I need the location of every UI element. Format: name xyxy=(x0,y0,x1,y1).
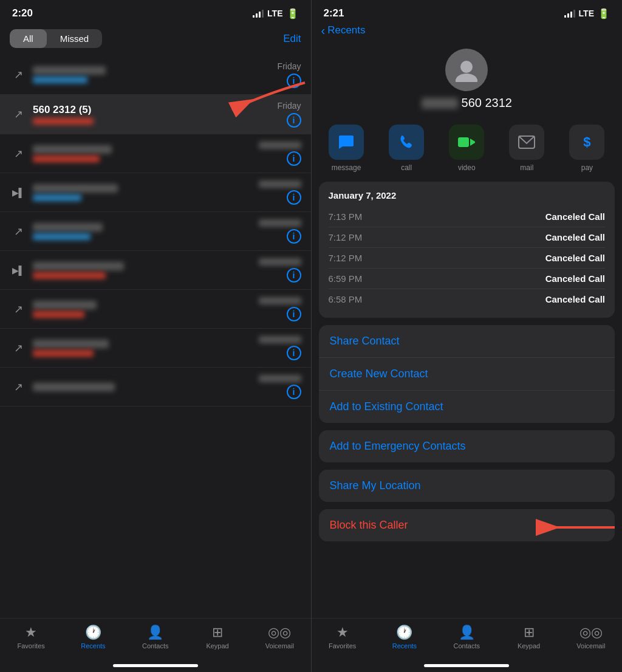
person-icon xyxy=(454,58,479,82)
table-row[interactable]: ▶▌ i xyxy=(0,173,311,212)
create-new-contact-item[interactable]: Create New Contact xyxy=(319,358,615,391)
table-row[interactable]: ↗ i xyxy=(0,212,311,251)
recents-icon: 🕐 xyxy=(85,625,101,640)
home-indicator-container xyxy=(0,662,311,672)
tab-voicemail[interactable]: ◎◎ Voicemail xyxy=(248,625,310,650)
message-action[interactable]: message xyxy=(319,125,374,172)
right-tab-recents[interactable]: 🕐 Recents xyxy=(374,625,436,650)
call-right: i xyxy=(259,180,301,205)
right-tab-contacts[interactable]: 👤 Contacts xyxy=(436,625,497,650)
share-location-item[interactable]: Share My Location xyxy=(319,470,615,502)
info-button[interactable]: i xyxy=(287,113,301,128)
favorites-icon-right: ★ xyxy=(337,625,349,640)
right-tab-voicemail-label: Voicemail xyxy=(576,642,605,650)
left-tab-bar: ★ Favorites 🕐 Recents 👤 Contacts ⊞ Keypa… xyxy=(0,618,311,662)
add-existing-contact-item[interactable]: Add to Existing Contact xyxy=(319,391,615,423)
share-contact-item[interactable]: Share Contact xyxy=(319,325,615,358)
call-action[interactable]: call xyxy=(379,125,434,172)
right-time: 2:21 xyxy=(324,7,344,19)
table-row[interactable]: ↗ i xyxy=(0,368,311,406)
blurred-sub xyxy=(33,194,81,201)
back-button[interactable]: ‹ Recents xyxy=(321,24,366,36)
tab-contacts[interactable]: 👤 Contacts xyxy=(125,625,186,650)
message-icon-box xyxy=(329,125,364,160)
info-button[interactable]: i xyxy=(287,346,301,360)
call-name: 560 2312 (5) xyxy=(33,104,278,116)
recents-icon-right: 🕐 xyxy=(396,625,412,640)
info-button[interactable]: i xyxy=(287,385,301,399)
add-emergency-item[interactable]: Add to Emergency Contacts xyxy=(319,430,615,462)
left-status-bar: 2:20 LTE 🔋 xyxy=(0,0,311,24)
tab-favorites-label: Favorites xyxy=(18,642,45,650)
blurred-name xyxy=(33,66,106,75)
signal-bars xyxy=(253,9,264,18)
right-panel: 2:21 LTE 🔋 ‹ Recents 560 xyxy=(312,0,623,672)
left-panel: 2:20 LTE 🔋 All Missed Edit ↗ xyxy=(0,0,311,672)
blurred-date xyxy=(259,180,301,188)
blurred-sub xyxy=(33,272,106,279)
video-label: video xyxy=(458,163,476,172)
history-type: Canceled Call xyxy=(545,232,605,242)
info-button[interactable]: i xyxy=(287,229,301,244)
history-row: 7:12 PM Canceled Call xyxy=(329,227,606,248)
blurred-date xyxy=(259,219,301,227)
filter-missed-button[interactable]: Missed xyxy=(47,29,103,48)
video-action[interactable]: video xyxy=(439,125,494,172)
table-row[interactable]: ↗ i xyxy=(0,290,311,329)
menu-group-contact: Share Contact Create New Contact Add to … xyxy=(319,325,615,423)
keypad-icon: ⊞ xyxy=(212,625,223,640)
right-tab-keypad[interactable]: ⊞ Keypad xyxy=(497,625,559,650)
block-caller-item[interactable]: Block this Caller xyxy=(319,509,615,541)
pay-label: pay xyxy=(581,163,593,172)
tab-recents[interactable]: 🕐 Recents xyxy=(62,625,124,650)
video-icon-box xyxy=(449,125,484,160)
call-content xyxy=(33,184,259,201)
call-content xyxy=(33,262,259,279)
favorites-icon: ★ xyxy=(25,625,37,640)
history-time: 6:58 PM xyxy=(329,294,363,304)
table-row[interactable]: ↗ i xyxy=(0,329,311,368)
info-button[interactable]: i xyxy=(287,74,301,88)
info-button[interactable]: i xyxy=(287,190,301,205)
svg-point-2 xyxy=(456,74,477,82)
blurred-date xyxy=(259,297,301,304)
edit-button[interactable]: Edit xyxy=(283,33,301,45)
chevron-left-icon: ‹ xyxy=(321,24,326,36)
history-type: Canceled Call xyxy=(545,253,605,263)
call-content xyxy=(33,340,259,357)
table-row[interactable]: ↗ 560 2312 (5) Friday i xyxy=(0,95,311,134)
right-tab-favorites[interactable]: ★ Favorites xyxy=(312,625,374,650)
blurred-sub xyxy=(33,156,100,162)
message-icon xyxy=(338,134,355,150)
right-tab-voicemail[interactable]: ◎◎ Voicemail xyxy=(560,625,622,650)
call-content: 560 2312 (5) xyxy=(33,104,278,125)
block-caller-label: Block this Caller xyxy=(330,519,408,531)
info-button[interactable]: i xyxy=(287,268,301,283)
tab-keypad[interactable]: ⊞ Keypad xyxy=(186,625,248,650)
outgoing-call-icon: ↗ xyxy=(10,379,27,396)
blurred-name xyxy=(33,223,103,231)
keypad-icon-right: ⊞ xyxy=(524,625,535,640)
call-right: i xyxy=(259,297,301,321)
share-location-label: Share My Location xyxy=(330,479,421,492)
tab-favorites[interactable]: ★ Favorites xyxy=(0,625,62,650)
tab-recents-label: Recents xyxy=(81,642,105,650)
call-right: i xyxy=(259,375,301,399)
mail-action[interactable]: mail xyxy=(499,125,555,172)
info-button[interactable]: i xyxy=(287,307,301,321)
call-list: ↗ Friday i ↗ 560 2312 (5) Friday i xyxy=(0,55,311,618)
mail-icon xyxy=(518,135,535,149)
table-row[interactable]: ↗ i xyxy=(0,134,311,173)
table-row[interactable]: ▶▌ i xyxy=(0,251,311,290)
info-button[interactable]: i xyxy=(287,151,301,166)
pay-action[interactable]: $ pay xyxy=(559,125,615,172)
outgoing-call-icon: ↗ xyxy=(10,340,27,357)
action-buttons: message call video xyxy=(312,120,623,182)
table-row[interactable]: ↗ Friday i xyxy=(0,55,311,95)
call-date: Friday xyxy=(278,101,301,111)
history-time: 6:59 PM xyxy=(329,273,363,284)
history-row: 7:12 PM Canceled Call xyxy=(329,248,606,269)
add-emergency-label: Add to Emergency Contacts xyxy=(330,440,466,452)
filter-all-button[interactable]: All xyxy=(10,29,47,48)
video-icon xyxy=(457,135,476,149)
